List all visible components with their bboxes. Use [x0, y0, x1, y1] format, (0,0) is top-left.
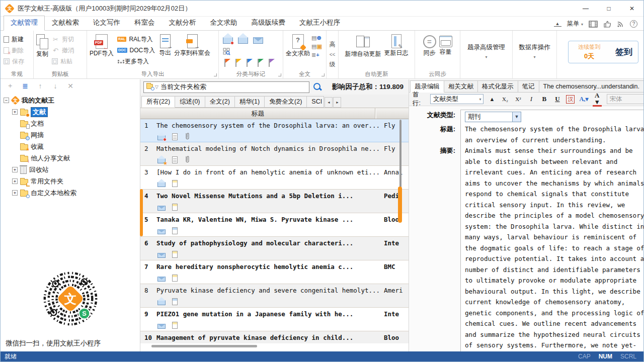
row-title[interactable]: Pyruvate kinase deficiency and severe co…	[156, 286, 379, 295]
journal-column-header[interactable]	[376, 108, 409, 119]
fulltext-list-icon[interactable]: ≣+	[311, 52, 322, 58]
type-select[interactable]: 期刊▼	[465, 112, 521, 122]
underline-button[interactable]: U	[553, 95, 561, 103]
signin-button[interactable]: 签到	[610, 46, 638, 58]
search-scope-dropdown-icon[interactable]: ▽	[155, 84, 158, 89]
tree-item-回收站[interactable]: +回收站	[1, 164, 140, 175]
row-title[interactable]: Two Novel Missense Mutations and a 5bp D…	[156, 192, 379, 200]
local-fulltext-icon[interactable]: ▤▣	[311, 43, 322, 49]
folder-search-input[interactable]: ▽ 当前文件夹检索	[143, 81, 309, 93]
scroll-tabs-left-icon[interactable]: ◄	[325, 97, 333, 108]
menu-tab-论文写作[interactable]: 论文写作	[86, 16, 127, 30]
bold-button[interactable]: B	[540, 95, 548, 103]
title-column-header[interactable]: 标题	[140, 108, 376, 119]
row-title[interactable]: [How I do in front of an hemolytic anemi…	[156, 168, 379, 176]
save-button[interactable]: 保存	[2, 56, 32, 67]
row-title[interactable]: Mathematical modeling of Notch dynamics …	[156, 144, 379, 153]
tree-item-网摘[interactable]: 网摘	[1, 129, 140, 141]
web-fulltext-icon[interactable]: ▤⊕	[311, 35, 322, 41]
add-folder-icon[interactable]: ＋	[7, 81, 14, 90]
new-button[interactable]: 新建	[2, 34, 32, 45]
paste-button[interactable]: 粘贴	[50, 56, 76, 67]
subscript-button[interactable]: X₂	[501, 96, 509, 102]
filter-tab-全文(2)[interactable]: 全文(2)	[205, 96, 235, 108]
menu-tab-全文求助[interactable]: 全文求助	[203, 16, 245, 30]
expand-icon[interactable]: +	[12, 167, 18, 172]
add-auto-update-button[interactable]: 新增自动更新	[344, 32, 383, 57]
collapse-icon[interactable]: −	[4, 98, 9, 103]
fulltext-help-button[interactable]: 全文求助	[284, 32, 311, 58]
filter-tab-精华(1)[interactable]: 精华(1)	[235, 96, 265, 108]
menu-tab-文献分析[interactable]: 文献分析	[162, 16, 203, 30]
undo-button[interactable]: ↶撤消	[50, 45, 76, 56]
reference-row-5[interactable]: 5Tanaka KR, Valentine WN, Miwa S. Pyruva…	[140, 213, 409, 237]
font-select[interactable]: 宋体▾	[607, 94, 644, 104]
search-button[interactable]	[312, 82, 323, 92]
dialog-launcher-icon[interactable]	[321, 73, 325, 76]
tree-item-文献[interactable]: +文献	[1, 106, 140, 118]
expand-icon[interactable]: +	[12, 109, 18, 115]
filter-tab-免费全文(2)[interactable]: 免费全文(2)	[265, 96, 307, 108]
style-select[interactable]: 文献类型▾	[430, 94, 484, 104]
close-button[interactable]: ✕	[620, 1, 643, 17]
table-header[interactable]: 标题	[140, 108, 409, 119]
copy-button[interactable]: 复制	[35, 32, 50, 67]
translate-button[interactable]: Aₓ▾	[579, 96, 588, 103]
tree-view-icon[interactable]: ≣	[22, 82, 29, 90]
chinese-convert-button[interactable]: 汉	[566, 95, 575, 104]
delete-button[interactable]: 删除	[2, 45, 32, 56]
doc-import-button[interactable]: DOCDOC导入	[115, 45, 157, 56]
reference-row-2[interactable]: 2Mathematical modeling of Notch dynamics…	[140, 142, 409, 166]
mark-read-icon[interactable]	[238, 37, 248, 44]
capacity-button[interactable]: 容量	[438, 32, 454, 56]
expand-icon[interactable]: +	[12, 178, 18, 184]
list-horizontal-scrollbar[interactable]	[151, 345, 257, 347]
raise-case-button[interactable]: ▲	[488, 96, 496, 102]
italic-button[interactable]: I	[527, 95, 535, 103]
collapse-ribbon-icon[interactable]: ▲	[554, 22, 561, 27]
thumbs-up-icon[interactable]	[603, 20, 611, 28]
filter-tab-SCI[interactable]: SCI	[307, 96, 324, 108]
scroll-tabs-right-icon[interactable]: ►	[333, 97, 341, 108]
abstract-field-content[interactable]: Animals must sense their surroundings an…	[460, 145, 644, 362]
tree-item-自定义本地检索[interactable]: +自定义本地检索	[1, 187, 140, 199]
delete-folder-icon[interactable]: ✕	[67, 82, 74, 90]
advanced-collapsed-strip[interactable]: 高 << 级	[327, 31, 339, 78]
menu-tab-文献管理[interactable]: 文献管理	[4, 16, 45, 31]
rss-icon[interactable]	[617, 20, 624, 28]
flag-purple-icon[interactable]	[269, 59, 275, 67]
menu-tab-科室会[interactable]: 科室会	[127, 16, 162, 30]
reference-row-3[interactable]: 3[How I do in front of an hemolytic anem…	[140, 166, 409, 190]
menu-dropdown[interactable]: 菜单 ▾	[567, 20, 584, 28]
tree-item-收藏[interactable]: ★收藏	[1, 141, 140, 152]
detail-tab-格式化显示[interactable]: 格式化显示	[478, 80, 518, 93]
row-title[interactable]: Study of pathophysiology and molecular c…	[156, 239, 379, 247]
filter-tab-所有(22)[interactable]: 所有(22)	[141, 96, 175, 108]
row-title[interactable]: Management of pyruvate kinase deficiency…	[156, 333, 379, 342]
maximize-button[interactable]: □	[597, 1, 620, 17]
tree-item-我的文献王[interactable]: −我的文献王	[1, 95, 140, 106]
export-button[interactable]: 导出	[157, 32, 173, 67]
tree-item-他人分享文献[interactable]: ↓他人分享文献	[1, 152, 140, 164]
reference-row-4[interactable]: 4Two Novel Missense Mutations and a 5bp …	[140, 190, 409, 213]
help-icon[interactable]: ?	[630, 20, 637, 28]
pdf-import-button[interactable]: PDF导入	[88, 32, 115, 67]
menu-tab-文献检索[interactable]: 文献检索	[45, 16, 86, 30]
flag-green-icon[interactable]	[258, 59, 264, 67]
sync-button[interactable]: 同步	[422, 32, 438, 56]
duplicate-check-icon[interactable]	[223, 48, 230, 55]
row-title[interactable]: Rare hereditary nonspherocytic hemolytic…	[156, 262, 379, 271]
minimize-button[interactable]: —	[574, 1, 597, 17]
detail-tab-笔记[interactable]: 笔记	[518, 80, 539, 93]
reference-row-8[interactable]: 8Pyruvate kinase deficiency and severe c…	[140, 284, 409, 308]
filter-tab-综述(0)[interactable]: 综述(0)	[175, 96, 205, 108]
database-operations-button[interactable]: 数据库操作▾	[514, 32, 555, 70]
flag-blue-icon[interactable]	[247, 59, 253, 67]
dialog-launcher-icon[interactable]	[278, 73, 281, 76]
detail-tab-The chemosensory...understandin.[interactable]: The chemosensory...understandin.	[539, 80, 644, 93]
share-department-button[interactable]: 分享到科室会	[173, 32, 212, 67]
expand-icon[interactable]: +	[12, 190, 18, 196]
menu-tab-文献王小程序[interactable]: 文献王小程序	[292, 16, 347, 30]
reference-row-7[interactable]: 7Rare hereditary nonspherocytic hemolyti…	[140, 260, 409, 284]
list-vertical-scrollbar[interactable]	[398, 120, 402, 339]
